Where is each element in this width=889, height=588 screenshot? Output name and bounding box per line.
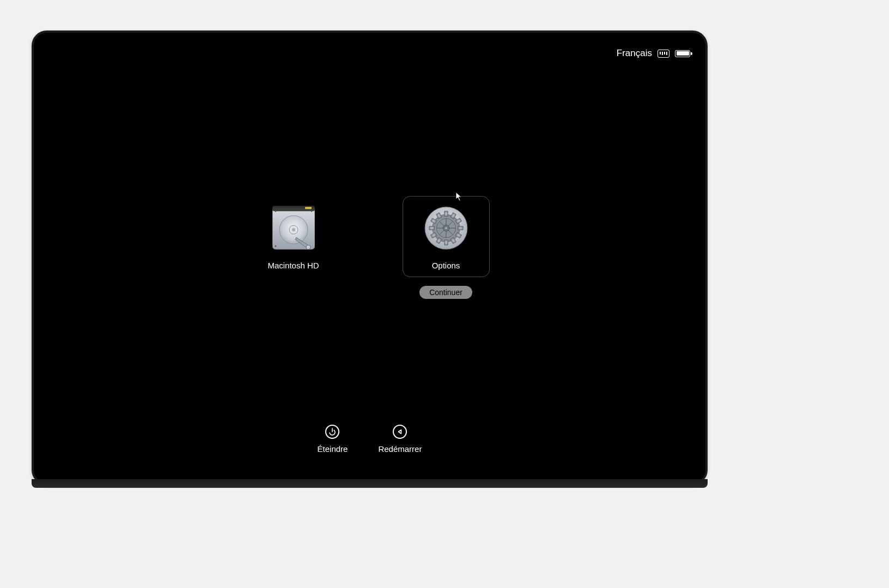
- svg-point-6: [306, 245, 310, 249]
- restart-button[interactable]: Redémarrer: [378, 425, 422, 454]
- menu-bar: Français: [617, 48, 690, 59]
- gear-icon: [424, 206, 468, 250]
- svg-point-5: [292, 228, 295, 231]
- svg-rect-12: [444, 211, 448, 217]
- boot-item-options[interactable]: Options Continuer: [403, 196, 490, 299]
- bottom-actions: Éteindre Redémarrer: [34, 425, 705, 454]
- svg-rect-2: [305, 207, 312, 209]
- battery-icon: [675, 50, 690, 57]
- input-source-icon[interactable]: [657, 50, 669, 58]
- boot-screen: Français: [34, 33, 705, 483]
- svg-point-19: [445, 227, 447, 229]
- svg-point-8: [310, 211, 312, 212]
- boot-item-label: Macintosh HD: [267, 261, 319, 270]
- continue-button[interactable]: Continuer: [419, 286, 472, 299]
- boot-options: Macintosh HD: [34, 196, 705, 299]
- shutdown-button[interactable]: Éteindre: [318, 425, 348, 454]
- power-icon: [325, 425, 339, 439]
- device-frame: Français: [32, 30, 708, 485]
- boot-item-label: Options: [432, 261, 460, 270]
- svg-point-7: [275, 211, 276, 212]
- shutdown-label: Éteindre: [318, 444, 348, 454]
- restart-label: Redémarrer: [378, 444, 422, 454]
- device-bezel: [32, 479, 708, 488]
- language-label[interactable]: Français: [617, 48, 652, 59]
- svg-point-9: [275, 246, 276, 247]
- boot-item-macintosh-hd[interactable]: Macintosh HD: [250, 196, 337, 277]
- restart-icon: [393, 425, 407, 439]
- hard-drive-icon: [272, 206, 315, 250]
